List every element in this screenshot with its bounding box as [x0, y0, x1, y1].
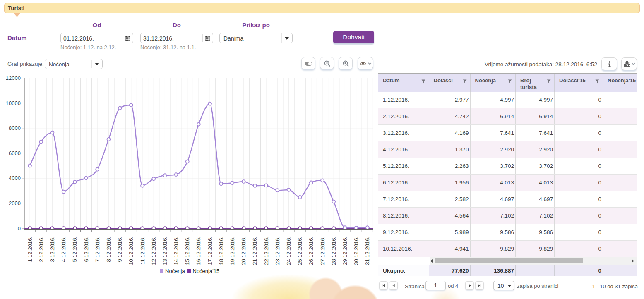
svg-text:4000: 4000	[9, 175, 21, 181]
svg-text:29.12.2016.: 29.12.2016.	[342, 237, 348, 265]
svg-text:12.12.2016.: 12.12.2016.	[151, 237, 157, 265]
svg-text:28.12.2016.: 28.12.2016.	[331, 237, 337, 265]
svg-text:19.12.2016.: 19.12.2016.	[229, 237, 235, 265]
svg-text:21.12.2016.: 21.12.2016.	[252, 237, 258, 265]
svg-text:27.12.2016.: 27.12.2016.	[320, 237, 326, 265]
svg-text:0: 0	[18, 225, 21, 232]
svg-text:30.12.2016.: 30.12.2016.	[353, 237, 359, 265]
svg-text:17.12.2016.: 17.12.2016.	[207, 237, 213, 265]
svg-text:14.12.2016.: 14.12.2016.	[173, 237, 179, 265]
svg-text:18.12.2016.: 18.12.2016.	[218, 237, 224, 265]
svg-text:12000: 12000	[6, 75, 21, 81]
svg-text:11.12.2016.: 11.12.2016.	[139, 237, 146, 265]
svg-text:9.12.2016.: 9.12.2016.	[117, 237, 123, 262]
svg-text:25.12.2016.: 25.12.2016.	[297, 237, 303, 265]
svg-text:6000: 6000	[9, 150, 21, 156]
svg-text:8000: 8000	[9, 125, 21, 131]
svg-text:13.12.2016.: 13.12.2016.	[162, 237, 168, 265]
svg-text:15.12.2016.: 15.12.2016.	[184, 237, 190, 265]
svg-text:26.12.2016.: 26.12.2016.	[308, 237, 314, 265]
svg-text:4.12.2016.: 4.12.2016.	[60, 237, 67, 262]
svg-text:10.12.2016.: 10.12.2016.	[128, 237, 134, 265]
svg-text:31.12.2016.: 31.12.2016.	[364, 237, 370, 265]
svg-text:Noćenja'15: Noćenja'15	[193, 268, 220, 274]
svg-text:7.12.2016.: 7.12.2016.	[94, 237, 101, 262]
svg-text:Noćenja: Noćenja	[165, 268, 185, 274]
svg-text:5.12.2016.: 5.12.2016.	[72, 237, 78, 262]
svg-text:22.12.2016.: 22.12.2016.	[263, 237, 269, 265]
svg-text:20.12.2016.: 20.12.2016.	[240, 237, 247, 265]
svg-text:16.12.2016.: 16.12.2016.	[195, 237, 202, 265]
svg-text:2.12.2016.: 2.12.2016.	[38, 237, 44, 262]
svg-text:6.12.2016.: 6.12.2016.	[83, 237, 89, 262]
svg-text:23.12.2016.: 23.12.2016.	[274, 237, 281, 265]
svg-text:2000: 2000	[9, 200, 21, 206]
svg-text:8.12.2016.: 8.12.2016.	[106, 237, 112, 262]
svg-text:3.12.2016.: 3.12.2016.	[49, 237, 55, 262]
svg-text:1.12.2016.: 1.12.2016.	[27, 237, 33, 262]
svg-text:10000: 10000	[6, 100, 21, 106]
svg-text:24.12.2016.: 24.12.2016.	[286, 237, 292, 265]
